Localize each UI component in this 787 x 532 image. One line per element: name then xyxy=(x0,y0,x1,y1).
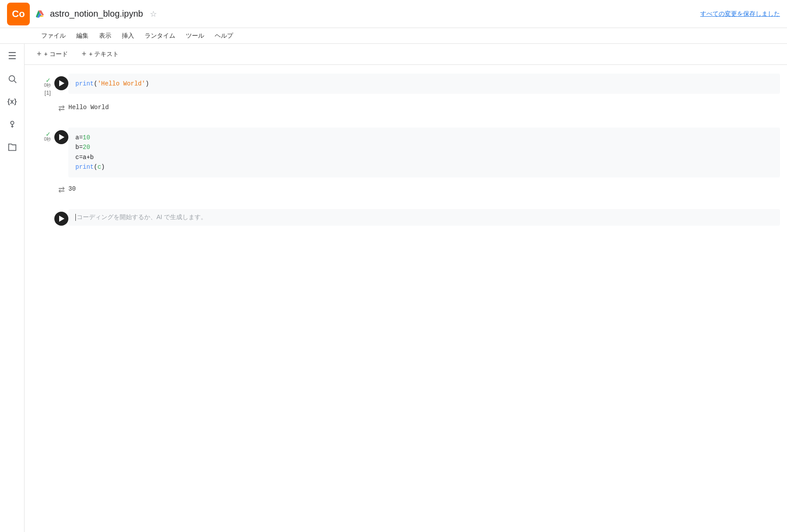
code-print-keyword: print xyxy=(75,80,94,87)
cell-3-gutter xyxy=(25,209,54,213)
add-text-button[interactable]: + + テキスト xyxy=(77,47,124,61)
menubar: ファイル 編集 表示 挿入 ランタイム ツール ヘルプ xyxy=(0,28,787,44)
output-2-icon: ⇄ xyxy=(54,183,68,197)
cells-container: ✓ 0秒 [1] print('Hello World') xyxy=(25,65,787,234)
sidebar-variables-icon[interactable]: {x} xyxy=(5,95,19,109)
cell-1-run-button[interactable] xyxy=(54,76,68,90)
cell-3-placeholder[interactable]: コーディングを開始するか、AI で生成します。 xyxy=(68,209,780,226)
colab-logo-text: Co xyxy=(12,8,25,20)
sidebar-secrets-icon[interactable] xyxy=(5,117,19,131)
cell-1-status: ✓ 0秒 xyxy=(44,77,51,88)
notebook: + + コード + + テキスト ✓ 0秒 [1] xyxy=(25,44,787,532)
cell-1-exec-count: [1] xyxy=(45,89,51,96)
spacer-2 xyxy=(25,200,787,207)
output-2-row: ⇄ 30 xyxy=(25,179,787,200)
spacer-1 xyxy=(25,119,787,126)
menu-view[interactable]: 表示 xyxy=(95,30,116,42)
save-status[interactable]: すべての変更を保存しました xyxy=(700,10,780,18)
plus-icon-text: + xyxy=(82,50,87,59)
menu-runtime[interactable]: ランタイム xyxy=(140,30,180,42)
cell-2-check: ✓ xyxy=(46,131,51,137)
play-icon-3 xyxy=(59,216,64,222)
menu-edit[interactable]: 編集 xyxy=(72,30,93,42)
main-layout: ☰ {x} + + コード xyxy=(0,44,787,532)
cell-3-run-button[interactable] xyxy=(54,212,68,226)
cell-1-time: 0秒 xyxy=(44,83,51,88)
sidebar-files-icon[interactable] xyxy=(5,140,19,154)
code-line-1: a=10 xyxy=(75,133,773,142)
code-line-2: b=20 xyxy=(75,142,773,152)
cell-2-run-button[interactable] xyxy=(54,130,68,144)
output-1-text: Hello World xyxy=(68,101,780,113)
notebook-title: astro_notion_blog.ipynb xyxy=(50,9,143,19)
cell-2-status: ✓ 0秒 xyxy=(44,131,51,142)
header: Co astro_notion_blog.ipynb ☆ すべての変更を保存しま… xyxy=(0,0,787,28)
drive-icon xyxy=(35,9,45,19)
colab-logo[interactable]: Co xyxy=(7,3,30,25)
svg-line-1 xyxy=(14,81,16,83)
cell-2-time: 0秒 xyxy=(44,137,51,142)
code-line-3: c=a+b xyxy=(75,153,773,162)
add-code-label: + コード xyxy=(44,50,68,58)
output-arrow-icon-2: ⇄ xyxy=(58,185,65,195)
cell-1-check: ✓ xyxy=(46,77,51,83)
notebook-toolbar: + + コード + + テキスト xyxy=(25,44,787,65)
sidebar-toc-icon[interactable]: ☰ xyxy=(5,49,19,63)
output-1-row: ⇄ Hello World xyxy=(25,98,787,119)
play-icon xyxy=(59,80,64,86)
output-arrow-icon: ⇄ xyxy=(58,103,65,113)
cell-1-wrapper: ✓ 0秒 [1] print('Hello World') xyxy=(25,72,787,98)
plus-icon: + xyxy=(37,50,42,59)
output-1-icon: ⇄ xyxy=(54,101,68,115)
cell-2-content[interactable]: a=10 b=20 c=a+b print(c) xyxy=(68,128,780,177)
menu-insert[interactable]: 挿入 xyxy=(117,30,138,42)
menu-file[interactable]: ファイル xyxy=(37,30,70,42)
code-line-4: print(c) xyxy=(75,162,773,172)
add-text-label: + テキスト xyxy=(89,50,119,58)
cell-3-wrapper: コーディングを開始するか、AI で生成します。 xyxy=(25,207,787,227)
cell-2-gutter: ✓ 0秒 xyxy=(25,128,54,142)
placeholder-text: コーディングを開始するか、AI で生成します。 xyxy=(77,213,207,221)
output-2-text: 30 xyxy=(68,183,780,195)
cell-1-content[interactable]: print('Hello World') xyxy=(68,74,780,94)
cell-2-code: a=10 b=20 c=a+b print(c) xyxy=(68,128,780,177)
cell-2-wrapper: ✓ 0秒 a=10 b=20 c=a+b print(c) xyxy=(25,126,787,179)
menu-tools[interactable]: ツール xyxy=(181,30,209,42)
play-icon-2 xyxy=(59,134,64,140)
star-icon[interactable]: ☆ xyxy=(150,9,157,19)
svg-point-0 xyxy=(9,76,14,82)
svg-point-2 xyxy=(11,121,14,124)
menu-help[interactable]: ヘルプ xyxy=(210,30,238,42)
cell-1-gutter: ✓ 0秒 [1] xyxy=(25,74,54,96)
sidebar-search-icon[interactable] xyxy=(5,72,19,86)
add-code-button[interactable]: + + コード xyxy=(32,47,73,61)
text-cursor xyxy=(75,214,76,221)
cell-1-code: print('Hello World') xyxy=(68,74,780,94)
sidebar: ☰ {x} xyxy=(0,44,25,532)
